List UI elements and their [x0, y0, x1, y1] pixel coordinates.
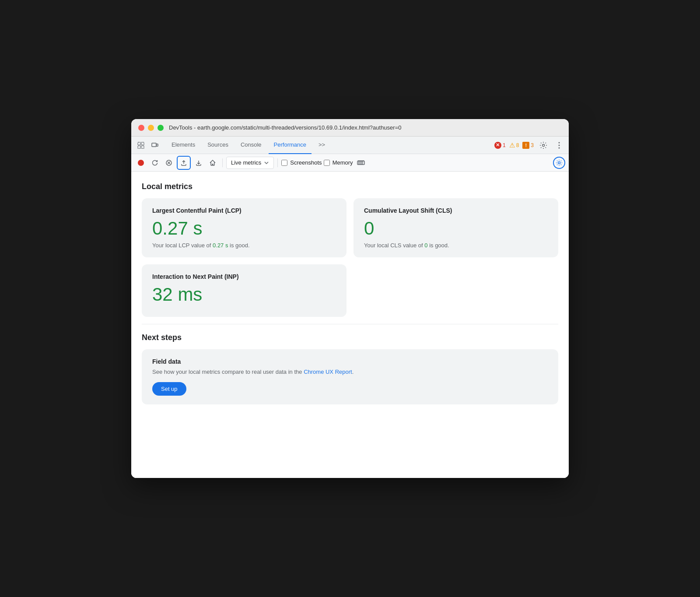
cls-card: Cumulative Layout Shift (CLS) 0 Your loc…: [354, 198, 558, 257]
svg-rect-5: [157, 144, 158, 146]
info-badge: ! 3: [522, 142, 534, 149]
settings-button[interactable]: [537, 139, 550, 151]
inp-card: Interaction to Next Paint (INP) 32 ms: [142, 264, 346, 317]
performance-settings-button[interactable]: [553, 157, 565, 169]
download-button[interactable]: [192, 157, 205, 169]
cls-desc: Your local CLS value of 0 is good.: [364, 242, 548, 249]
home-button[interactable]: [206, 157, 219, 169]
field-data-desc-suffix: .: [352, 369, 354, 375]
record-icon: [138, 160, 144, 166]
tab-performance[interactable]: Performance: [269, 137, 312, 154]
tab-bar-icons: [135, 139, 161, 151]
svg-point-8: [559, 144, 560, 146]
svg-point-9: [559, 147, 560, 148]
cls-value: 0: [364, 219, 548, 238]
metrics-grid: Largest Contentful Paint (LCP) 0.27 s Yo…: [142, 198, 558, 317]
tab-sources[interactable]: Sources: [202, 137, 234, 154]
screenshots-label: Screenshots: [290, 159, 322, 166]
chrome-ux-report-link[interactable]: Chrome UX Report: [304, 369, 352, 375]
record-button[interactable]: [135, 157, 147, 169]
lcp-title: Largest Contentful Paint (LCP): [152, 207, 336, 214]
field-data-title: Field data: [152, 358, 548, 365]
next-steps-title: Next steps: [142, 333, 558, 342]
traffic-lights: [138, 125, 164, 131]
live-metrics-label: Live metrics: [231, 159, 261, 166]
memory-icon-button[interactable]: [355, 157, 367, 169]
lcp-desc-value: 0.27 s: [213, 242, 228, 249]
performance-toolbar: Live metrics Screenshots Memory: [131, 154, 569, 172]
memory-checkbox[interactable]: [324, 160, 330, 166]
page-title: DevTools - earth.google.com/static/multi…: [169, 124, 401, 131]
device-toolbar-button[interactable]: [149, 139, 161, 151]
svg-rect-1: [141, 142, 144, 145]
memory-checkbox-group[interactable]: Memory: [324, 159, 353, 166]
title-bar: DevTools - earth.google.com/static/multi…: [131, 119, 569, 137]
lcp-desc-prefix: Your local LCP value of: [152, 242, 213, 249]
field-data-card: Field data See how your local metrics co…: [142, 349, 558, 404]
svg-point-23: [558, 162, 560, 164]
tab-bar-right: ✕ 1 ⚠ 8 ! 3: [494, 139, 565, 151]
local-metrics-title: Local metrics: [142, 182, 558, 191]
screenshots-checkbox[interactable]: [281, 160, 287, 166]
tab-elements[interactable]: Elements: [166, 137, 200, 154]
tab-console[interactable]: Console: [235, 137, 267, 154]
browser-window: DevTools - earth.google.com/static/multi…: [131, 119, 569, 478]
lcp-value: 0.27 s: [152, 219, 336, 238]
cls-desc-value: 0: [424, 242, 427, 249]
memory-label: Memory: [332, 159, 353, 166]
maximize-button[interactable]: [158, 125, 164, 131]
upload-profile-button[interactable]: [177, 156, 191, 170]
svg-rect-3: [141, 146, 144, 148]
svg-point-7: [559, 142, 560, 143]
cls-desc-prefix: Your local CLS value of: [364, 242, 424, 249]
devtools-container: Elements Sources Console Performance >> …: [131, 137, 569, 478]
lcp-desc-suffix: is good.: [228, 242, 249, 249]
screenshots-checkbox-group[interactable]: Screenshots: [281, 159, 322, 166]
cls-title: Cumulative Layout Shift (CLS): [364, 207, 548, 214]
minimize-button[interactable]: [148, 125, 154, 131]
cls-desc-suffix: is good.: [428, 242, 449, 249]
warning-icon: ⚠: [509, 141, 515, 149]
error-icon: ✕: [494, 142, 501, 149]
next-steps-section: Next steps Field data See how your local…: [142, 324, 558, 404]
toolbar-separator-2: [277, 158, 278, 167]
svg-rect-4: [152, 143, 156, 147]
info-icon: !: [522, 142, 529, 149]
inp-value: 32 ms: [152, 285, 336, 304]
clear-button[interactable]: [163, 157, 175, 169]
toolbar-separator-1: [222, 158, 223, 167]
main-content: Local metrics Largest Contentful Paint (…: [131, 172, 569, 478]
field-data-desc: See how your local metrics compare to re…: [152, 369, 548, 375]
close-button[interactable]: [138, 125, 144, 131]
toolbar-right: [553, 157, 565, 169]
tab-bar: Elements Sources Console Performance >> …: [131, 137, 569, 154]
inp-title: Interaction to Next Paint (INP): [152, 273, 336, 280]
setup-button[interactable]: Set up: [152, 382, 186, 396]
reload-button[interactable]: [149, 157, 161, 169]
tab-more[interactable]: >>: [313, 137, 330, 154]
warning-badge: ⚠ 8: [509, 141, 519, 149]
lcp-card: Largest Contentful Paint (LCP) 0.27 s Yo…: [142, 198, 346, 257]
svg-rect-2: [138, 146, 140, 148]
field-data-desc-prefix: See how your local metrics compare to re…: [152, 369, 304, 375]
svg-point-6: [542, 144, 545, 146]
error-badge: ✕ 1: [494, 142, 506, 149]
live-metrics-dropdown[interactable]: Live metrics: [226, 157, 274, 169]
lcp-desc: Your local LCP value of 0.27 s is good.: [152, 242, 336, 249]
inspect-element-button[interactable]: [135, 139, 147, 151]
more-options-button[interactable]: [553, 139, 565, 151]
svg-rect-0: [138, 142, 140, 145]
